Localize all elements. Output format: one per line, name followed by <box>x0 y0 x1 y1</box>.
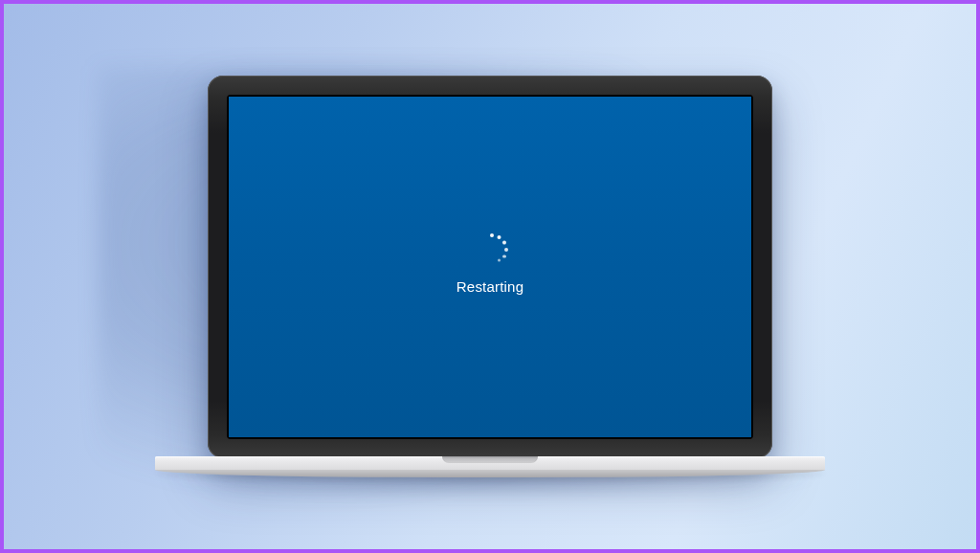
laptop-base-edge <box>155 470 825 477</box>
windows-restart-screen: Restarting <box>229 97 751 437</box>
image-frame: Restarting <box>0 0 980 553</box>
laptop-lid: Restarting <box>208 76 772 458</box>
screen-bezel: Restarting <box>227 95 753 439</box>
laptop: Restarting <box>155 76 825 477</box>
laptop-base <box>155 456 825 477</box>
restart-status-text: Restarting <box>457 278 523 295</box>
laptop-base-deck <box>155 456 825 470</box>
loading-spinner-icon <box>473 231 507 265</box>
laptop-hinge-notch <box>442 456 538 463</box>
